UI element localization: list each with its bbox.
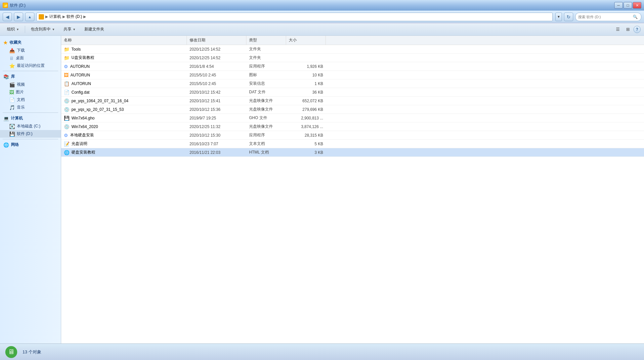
file-type-6: 光盘映像文件 bbox=[249, 98, 273, 104]
cell-date-10: 2020/10/12 15:30 bbox=[187, 131, 246, 139]
view-toggle-button[interactable]: ⊞ bbox=[623, 25, 632, 33]
table-row[interactable]: 🖼 AUTORUN 2015/5/10 2:45 图标 10 KB bbox=[61, 71, 644, 79]
status-bar: 🖥 13 个对象 bbox=[0, 343, 644, 360]
cell-name-4: 📋 AUTORUN bbox=[61, 79, 187, 88]
table-row[interactable]: 💾 Win7x64.gho 2019/9/7 19:25 GHO 文件 2,90… bbox=[61, 114, 644, 122]
sidebar-item-desktop[interactable]: 🖥 桌面 bbox=[0, 54, 61, 62]
cell-date-4: 2015/5/10 2:45 bbox=[187, 79, 246, 88]
table-row[interactable]: 📋 AUTORUN 2015/5/10 2:45 安装信息 1 KB bbox=[61, 79, 644, 88]
computer-header[interactable]: 💻 计算机 bbox=[0, 114, 61, 122]
file-date-8: 2019/9/7 19:25 bbox=[190, 116, 216, 120]
sidebar-item-doc[interactable]: 📄 文档 bbox=[0, 96, 61, 104]
cell-type-8: GHO 文件 bbox=[246, 114, 286, 122]
cell-size-5: 36 KB bbox=[286, 88, 326, 96]
file-list-header: 名称 修改日期 类型 大小 bbox=[61, 36, 644, 45]
table-row[interactable]: 📝 光盘说明 2016/10/23 7:07 文本文档 5 KB bbox=[61, 140, 644, 148]
file-icon-6: 💿 bbox=[64, 98, 69, 104]
file-size-10: 28,315 KB bbox=[305, 133, 323, 138]
up-button[interactable]: ▲ bbox=[25, 13, 34, 21]
address-path[interactable]: ▶ 计算机 ▶ 软件 (D:) ▶ bbox=[36, 13, 553, 21]
sidebar-item-download[interactable]: 📥 下载 bbox=[0, 47, 61, 54]
library-label: 库 bbox=[11, 74, 15, 79]
table-row[interactable]: 📄 Config.dat 2020/10/12 15:42 DAT 文件 36 … bbox=[61, 88, 644, 97]
table-row[interactable]: 📁 U盘安装教程 2020/12/25 14:52 文件夹 bbox=[61, 54, 644, 62]
file-type-1: 文件夹 bbox=[249, 55, 261, 61]
file-icon-12: 🌐 bbox=[64, 150, 69, 155]
library-header[interactable]: 📚 库 bbox=[0, 72, 61, 81]
close-button[interactable]: ✕ bbox=[633, 2, 641, 9]
cell-name-3: 🖼 AUTORUN bbox=[61, 71, 187, 79]
table-row[interactable]: ⚙ AUTORUN 2016/1/8 4:54 应用程序 1,926 KB bbox=[61, 62, 644, 71]
col-header-size[interactable]: 大小 bbox=[286, 36, 326, 45]
sidebar-item-disk-d[interactable]: 💾 软件 (D:) bbox=[0, 130, 61, 138]
app-icon: 📁 bbox=[3, 3, 8, 8]
doc-icon: 📄 bbox=[9, 97, 15, 103]
refresh-button[interactable]: ↻ bbox=[564, 13, 573, 21]
sidebar-item-disk-c[interactable]: 💽 本地磁盘 (C:) bbox=[0, 122, 61, 130]
back-button[interactable]: ◀ bbox=[3, 13, 12, 21]
sidebar-item-recent-label: 最近访问的位置 bbox=[17, 63, 45, 68]
path-separator-2: ▶ bbox=[63, 15, 65, 19]
sidebar-item-image[interactable]: 🖼 图片 bbox=[0, 88, 61, 96]
cell-date-12: 2016/11/21 22:03 bbox=[187, 148, 246, 157]
forward-button[interactable]: ▶ bbox=[14, 13, 23, 21]
file-date-2: 2016/1/8 4:54 bbox=[190, 64, 214, 69]
organize-button[interactable]: 组织 ▼ bbox=[3, 25, 23, 34]
path-part-computer[interactable]: 计算机 bbox=[49, 14, 61, 20]
cell-size-7: 279,696 KB bbox=[286, 105, 326, 113]
path-icon bbox=[39, 14, 44, 20]
share-label: 共享 bbox=[64, 26, 71, 32]
cell-type-10: 应用程序 bbox=[246, 131, 286, 139]
cell-name-2: ⚙ AUTORUN bbox=[61, 62, 187, 70]
table-row[interactable]: ⚙ 本地硬盘安装 2020/10/12 15:30 应用程序 28,315 KB bbox=[61, 131, 644, 140]
col-header-date[interactable]: 修改日期 bbox=[187, 36, 246, 45]
share-button[interactable]: 共享 ▼ bbox=[60, 25, 79, 34]
table-row[interactable]: 💿 pe_yqs_1064_20_07_31_16_04 2020/10/12 … bbox=[61, 97, 644, 105]
status-icon: 🖥 bbox=[5, 346, 17, 358]
search-icon[interactable]: 🔍 bbox=[632, 14, 638, 20]
col-header-type[interactable]: 类型 bbox=[246, 36, 286, 45]
file-icon-11: 📝 bbox=[64, 141, 69, 147]
file-type-4: 安装信息 bbox=[249, 81, 265, 86]
table-row[interactable]: 📁 Tools 2020/12/25 14:52 文件夹 bbox=[61, 45, 644, 54]
search-box[interactable]: 🔍 bbox=[575, 13, 641, 21]
music-icon: 🎵 bbox=[9, 105, 15, 110]
col-header-name[interactable]: 名称 bbox=[61, 36, 187, 45]
file-date-12: 2016/11/21 22:03 bbox=[190, 150, 220, 155]
cell-size-8: 2,900,813 ... bbox=[286, 114, 326, 122]
favorites-header[interactable]: ★ 收藏夹 bbox=[0, 38, 61, 47]
sidebar-item-music[interactable]: 🎵 音乐 bbox=[0, 104, 61, 111]
file-name-8: Win7x64.gho bbox=[71, 116, 95, 120]
new-folder-label: 新建文件夹 bbox=[84, 26, 104, 32]
table-row[interactable]: 💿 Win7x64_2020 2020/12/25 11:32 光盘映像文件 3… bbox=[61, 122, 644, 131]
sidebar-item-recent[interactable]: ⭐ 最近访问的位置 bbox=[0, 62, 61, 69]
file-icon-10: ⚙ bbox=[64, 133, 68, 138]
cell-type-5: DAT 文件 bbox=[246, 88, 286, 96]
network-header[interactable]: 🌐 网络 bbox=[0, 141, 61, 149]
cell-type-3: 图标 bbox=[246, 71, 286, 79]
cell-type-6: 光盘映像文件 bbox=[246, 97, 286, 105]
title-bar-left: 📁 软件 (D:) bbox=[3, 3, 25, 8]
view-list-button[interactable]: ☰ bbox=[614, 25, 622, 33]
separator-1 bbox=[25, 26, 25, 33]
maximize-button[interactable]: □ bbox=[623, 2, 632, 9]
col-type-label: 类型 bbox=[249, 37, 257, 43]
minimize-button[interactable]: ─ bbox=[614, 2, 623, 9]
file-size-9: 3,874,126 ... bbox=[301, 124, 323, 129]
path-separator-3: ▶ bbox=[83, 15, 86, 19]
cell-name-1: 📁 U盘安装教程 bbox=[61, 54, 187, 62]
file-icon-1: 📁 bbox=[64, 55, 69, 61]
new-folder-button[interactable]: 新建文件夹 bbox=[81, 25, 108, 34]
address-bar: ◀ ▶ ▲ ▶ 计算机 ▶ 软件 (D:) ▶ ▼ ↻ 🔍 bbox=[0, 11, 644, 23]
path-dropdown[interactable]: ▼ bbox=[555, 13, 562, 21]
search-input[interactable] bbox=[578, 15, 630, 19]
table-row[interactable]: 💿 pe_yqs_xp_20_07_31_15_53 2020/10/12 15… bbox=[61, 105, 644, 114]
file-area: 名称 修改日期 类型 大小 📁 Tools 2020/12/25 14:52 文… bbox=[61, 36, 644, 343]
help-button[interactable]: ? bbox=[633, 26, 641, 33]
include-library-button[interactable]: 包含到库中 ▼ bbox=[27, 25, 59, 34]
table-row[interactable]: 🌐 硬盘安装教程 2016/11/21 22:03 HTML 文档 3 KB bbox=[61, 148, 644, 157]
cell-type-4: 安装信息 bbox=[246, 79, 286, 88]
path-part-drive[interactable]: 软件 (D:) bbox=[66, 14, 82, 20]
cell-date-5: 2020/10/12 15:42 bbox=[187, 88, 246, 96]
sidebar-item-video[interactable]: 🎬 视频 bbox=[0, 81, 61, 88]
